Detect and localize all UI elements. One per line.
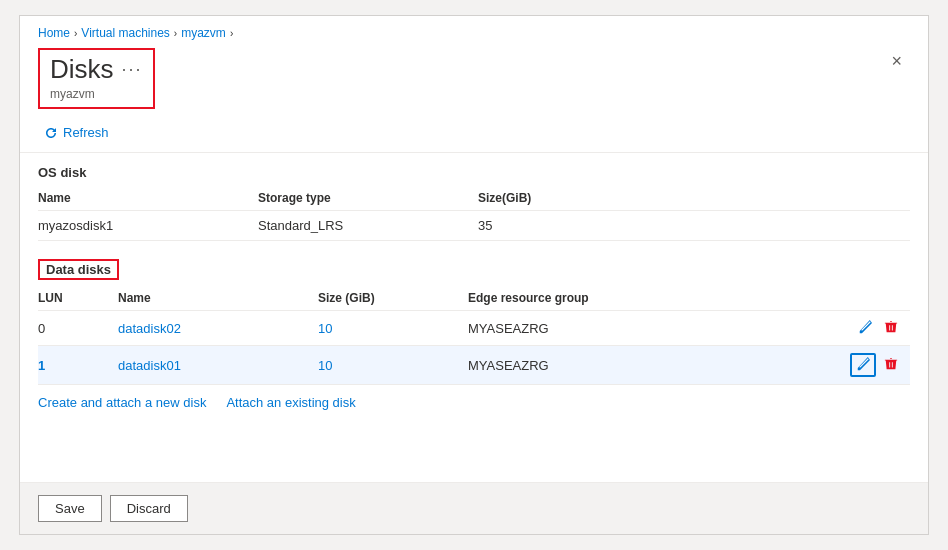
main-panel: Home › Virtual machines › myazvm › Disks… [19,15,929,535]
col-storage-header: Storage type [258,186,478,211]
col-lun-header: LUN [38,286,118,311]
col-name-header: Name [118,286,318,311]
disk1-size: 10 [318,346,468,385]
col-size-header: Size (GiB) [318,286,468,311]
footer: Save Discard [20,482,928,534]
col-actions-header [840,286,910,311]
disk0-delete-button[interactable] [880,318,902,338]
disk1-name: datadisk01 [118,346,318,385]
action-links-row: Create and attach a new disk Attach an e… [20,385,928,420]
disk0-name: datadisk02 [118,311,318,346]
os-disk-table: Name Storage type Size(GiB) myazosdisk1 … [38,186,910,241]
attach-existing-link[interactable]: Attach an existing disk [226,395,355,410]
close-button[interactable]: × [883,48,910,74]
os-disk-storage: Standard_LRS [258,211,478,241]
header-row: Disks ··· myazvm × [20,44,928,113]
data-disks-section: Data disks LUN Name Size (GiB) Edge reso… [20,255,928,385]
disk0-lun: 0 [38,311,118,346]
disk0-actions [840,311,910,346]
disk1-erg: MYASEAZRG [468,346,840,385]
breadcrumb-vm-name[interactable]: myazvm [181,26,226,40]
create-attach-link[interactable]: Create and attach a new disk [38,395,206,410]
vm-subtitle: myazvm [50,87,143,101]
os-disk-size: 35 [478,211,910,241]
save-button[interactable]: Save [38,495,102,522]
disk0-erg: MYASEAZRG [468,311,840,346]
data-disks-title: Data disks [38,259,119,280]
col-erg-header: Edge resource group [468,286,840,311]
data-disks-table: LUN Name Size (GiB) Edge resource group … [38,286,910,385]
data-disk-header-row: LUN Name Size (GiB) Edge resource group [38,286,910,311]
disk1-actions [840,346,910,385]
disk1-lun: 1 [38,346,118,385]
col-size-header: Size(GiB) [478,186,910,211]
os-disk-header-row: Name Storage type Size(GiB) [38,186,910,211]
page-title: Disks [50,54,114,85]
data-disk-row-0: 0 datadisk02 10 MYASEAZRG [38,311,910,346]
breadcrumb-vms[interactable]: Virtual machines [81,26,170,40]
refresh-label: Refresh [63,125,109,140]
disk1-edit-button[interactable] [850,353,876,377]
disk0-edit-button[interactable] [854,318,876,338]
col-name-header: Name [38,186,258,211]
refresh-icon [44,126,58,140]
more-options-icon[interactable]: ··· [122,59,143,80]
refresh-button[interactable]: Refresh [38,121,115,144]
disk0-size: 10 [318,311,468,346]
breadcrumb: Home › Virtual machines › myazvm › [20,16,928,44]
os-disk-row: myazosdisk1 Standard_LRS 35 [38,211,910,241]
os-disk-section: OS disk Name Storage type Size(GiB) myaz… [20,161,928,241]
discard-button[interactable]: Discard [110,495,188,522]
title-block: Disks ··· myazvm [38,48,155,109]
disk1-delete-button[interactable] [880,355,902,375]
breadcrumb-home[interactable]: Home [38,26,70,40]
os-disk-title: OS disk [38,165,910,180]
data-disk-row-1: 1 datadisk01 10 MYASEAZRG [38,346,910,385]
title-area: Disks ··· [50,54,143,85]
os-disk-name: myazosdisk1 [38,211,258,241]
toolbar: Refresh [20,113,928,152]
